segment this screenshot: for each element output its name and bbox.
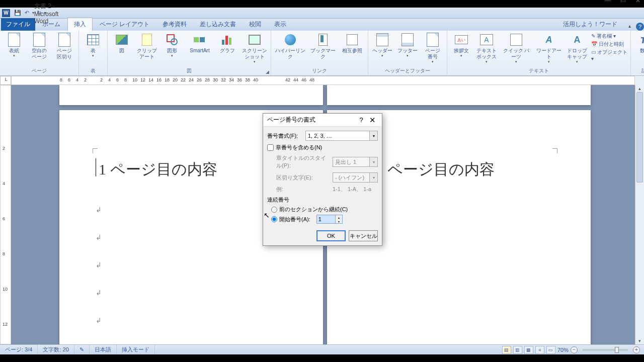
- tab-view[interactable]: 表示: [268, 18, 292, 31]
- hyperlink-button[interactable]: ハイパーリンク: [274, 32, 306, 60]
- clipart-button[interactable]: クリップ アート: [136, 32, 158, 60]
- separator-select: - (ハイフン)▾: [333, 172, 378, 183]
- screenshot-button[interactable]: スクリーン ショット▾: [242, 32, 268, 64]
- scroll-thumb[interactable]: [636, 92, 643, 183]
- shapes-button[interactable]: 図形▾: [161, 32, 183, 58]
- group-header-footer: ヘッダー▾ フッター▾ ページ 番号▾ ヘッダーとフッター: [368, 31, 447, 75]
- text-cursor: [96, 158, 96, 176]
- group-links: ハイパーリンク ブックマーク 相互参照 リンク: [271, 31, 368, 75]
- number-format-select[interactable]: 1, 2, 3, …▾: [305, 131, 378, 141]
- group-links-label: リンク: [312, 67, 327, 74]
- status-insert-mode[interactable]: 挿入モード: [117, 345, 155, 354]
- ok-button[interactable]: OK: [316, 230, 346, 241]
- tab-page-layout[interactable]: ページ レイアウト: [94, 18, 155, 31]
- group-illustrations-label: 図: [187, 67, 192, 74]
- status-language[interactable]: 日本語: [90, 345, 117, 354]
- view-print-layout-button[interactable]: ▤: [502, 346, 511, 354]
- chapter-style-select: 見出し 1▾: [333, 157, 378, 167]
- status-proof-icon[interactable]: ✎: [74, 345, 90, 354]
- tab-review[interactable]: 校閲: [243, 18, 267, 31]
- tab-selector[interactable]: └: [0, 76, 11, 85]
- dropcap-button[interactable]: Aドロップ キャップ▾: [566, 32, 588, 64]
- greeting-button[interactable]: あい挨拶文▾: [450, 32, 472, 58]
- group-tables: 表▾ 表: [79, 31, 108, 75]
- object-button[interactable]: ▭ オブジェクト ▾: [591, 49, 627, 61]
- cover-page-button[interactable]: 表紙▾: [3, 32, 25, 58]
- include-chapter-checkbox[interactable]: 章番号を含める(N): [267, 144, 378, 151]
- status-page[interactable]: ページ: 3/4: [0, 345, 38, 354]
- quickparts-button[interactable]: クイック パーツ▾: [501, 32, 532, 64]
- page2-content: ページ目の内容: [387, 159, 495, 180]
- bookmark-button[interactable]: ブックマーク: [309, 32, 337, 60]
- header-button[interactable]: ヘッダー▾: [371, 32, 393, 58]
- group-text-label: テキスト: [529, 67, 549, 74]
- status-bar: ページ: 3/4 文字数: 20 ✎ 日本語 挿入モード ▤ ▥ ▦ ≡ ▭ 7…: [0, 344, 644, 354]
- signature-line-button[interactable]: ✎ 署名欄 ▾: [591, 33, 627, 40]
- quick-access-toolbar: W 💾 ↶ ▾ ↻ ▾ 文書 2 - Microsoft Word — ▭ ✕: [0, 8, 644, 19]
- smartart-button[interactable]: SmartArt: [186, 32, 213, 54]
- scroll-up-icon[interactable]: ▴: [635, 85, 644, 92]
- dialog-help-icon[interactable]: ?: [356, 115, 367, 125]
- vertical-scrollbar[interactable]: ▴ ▾: [635, 85, 644, 344]
- page-number-format-dialog: ページ番号の書式 ? ✕ 番号書式(F): 1, 2, 3, …▾ 章番号を含め…: [263, 113, 382, 246]
- undo-button[interactable]: ↶: [22, 9, 31, 18]
- chart-button[interactable]: グラフ: [216, 32, 238, 54]
- wordart-button[interactable]: Aワードアート▾: [535, 32, 563, 64]
- numbering-section-label: 連続番号: [267, 196, 378, 204]
- footer-button[interactable]: フッター▾: [396, 32, 419, 58]
- tab-insert[interactable]: 挿入: [67, 18, 93, 31]
- table-button[interactable]: 表▾: [82, 32, 104, 58]
- dialog-titlebar[interactable]: ページ番号の書式 ? ✕: [263, 114, 382, 127]
- group-tables-label: 表: [91, 67, 96, 74]
- ruler-row: └ 86422468101214161820222426283032343638…: [0, 76, 644, 85]
- spin-up-icon[interactable]: ▴: [336, 215, 342, 219]
- cancel-button[interactable]: キャンセル: [349, 230, 378, 241]
- view-web-button[interactable]: ▦: [524, 346, 533, 354]
- zoom-percent[interactable]: 70%: [557, 347, 569, 353]
- view-outline-button[interactable]: ≡: [535, 346, 544, 354]
- zoom-slider[interactable]: [583, 349, 628, 351]
- group-pages-label: ページ: [32, 67, 47, 74]
- tab-addin[interactable]: 活用しよう！ワード: [557, 18, 623, 31]
- page1-content: 1 ページ目の内容: [99, 159, 217, 180]
- cross-reference-button[interactable]: 相互参照: [340, 32, 365, 54]
- group-pages: 表紙▾ 空白の ページ ページ 区切り ページ: [0, 31, 79, 75]
- minimize-button[interactable]: —: [604, 0, 612, 5]
- ribbon-minimize-icon[interactable]: ▴: [624, 21, 635, 31]
- tab-mailings[interactable]: 差し込み文書: [194, 18, 242, 31]
- dialog-title: ページ番号の書式: [267, 116, 356, 124]
- start-at-spinner[interactable]: 1 ▴▾: [316, 215, 343, 224]
- save-button[interactable]: 💾: [13, 9, 22, 18]
- tab-references[interactable]: 参考資料: [156, 18, 193, 31]
- view-draft-button[interactable]: ▭: [546, 346, 555, 354]
- blank-page-button[interactable]: 空白の ページ: [28, 32, 50, 60]
- window-title: 文書 2 - Microsoft Word: [34, 2, 59, 25]
- ribbon-tabs: ファイル ホーム 挿入 ページ レイアウト 参考資料 差し込み文書 校閲 表示 …: [0, 19, 644, 31]
- picture-button[interactable]: 図: [111, 32, 133, 54]
- dialog-close-icon[interactable]: ✕: [367, 115, 378, 125]
- scroll-down-icon[interactable]: ▾: [635, 337, 644, 344]
- spin-down-icon[interactable]: ▾: [336, 219, 342, 223]
- page-break-button[interactable]: ページ 区切り: [53, 32, 75, 60]
- view-full-screen-button[interactable]: ▥: [513, 346, 522, 354]
- page-number-button[interactable]: ページ 番号▾: [422, 32, 444, 64]
- vertical-ruler[interactable]: 24681012: [0, 85, 11, 344]
- maximize-button[interactable]: ▭: [619, 0, 627, 5]
- continue-previous-radio[interactable]: 前のセクションから継続(C): [271, 206, 378, 213]
- page-prev-1: [59, 85, 323, 105]
- zoom-out-button[interactable]: −: [571, 346, 578, 353]
- dropdown-icon[interactable]: ▾: [369, 131, 377, 140]
- illustrations-launcher-icon[interactable]: ◢: [266, 69, 269, 74]
- start-at-radio[interactable]: 開始番号(A): 1 ▴▾: [271, 215, 378, 224]
- close-button[interactable]: ✕: [634, 0, 642, 5]
- horizontal-ruler[interactable]: 8642246810121416182022242628303234363840…: [11, 76, 635, 85]
- help-icon[interactable]: ?: [636, 23, 644, 31]
- zoom-in-button[interactable]: +: [633, 346, 640, 353]
- datetime-button[interactable]: 📅 日付と時刻: [591, 41, 627, 48]
- equation-button[interactable]: π数式▾: [634, 32, 644, 58]
- group-text: あい挨拶文▾ Aテキスト ボックス▾ クイック パーツ▾ Aワードアート▾ Aド…: [447, 31, 631, 75]
- tab-file[interactable]: ファイル: [1, 18, 35, 31]
- textbox-button[interactable]: Aテキスト ボックス▾: [475, 32, 498, 64]
- group-symbols: π数式▾ Ω記号と 特殊文字▾ 記号と特殊文字: [631, 31, 644, 75]
- status-word-count[interactable]: 文字数: 20: [38, 345, 74, 354]
